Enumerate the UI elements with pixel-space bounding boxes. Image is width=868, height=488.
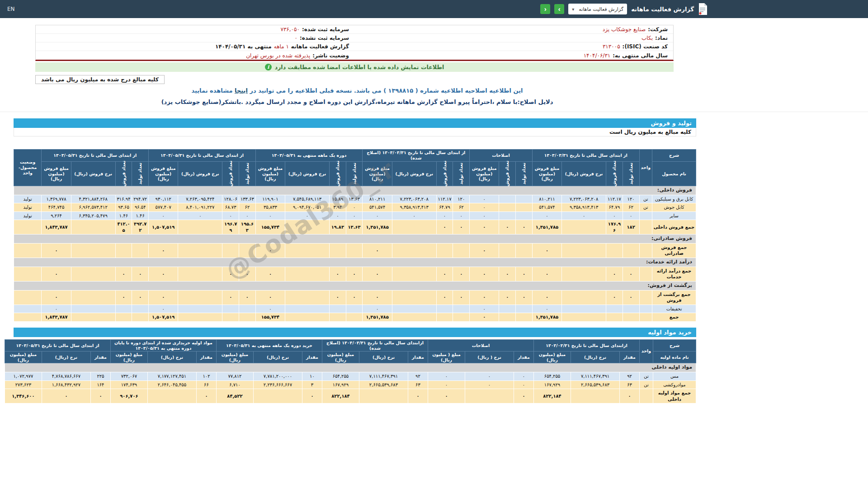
column-header: نرخ (ریال): [253, 352, 302, 363]
row-label-cell: جمع فروش صادراتی: [652, 243, 696, 258]
info-label: کد صنعت (ISIC):: [623, 43, 668, 50]
column-header: تعداد تولید: [516, 161, 533, 186]
value-cell: ۰: [115, 267, 132, 281]
column-header: تعداد تولید: [623, 161, 639, 186]
value-cell: تن: [640, 380, 653, 389]
value-cell: تن: [639, 203, 652, 212]
value-cell: [222, 305, 239, 313]
value-cell: ۱۱۲.۱۷: [606, 195, 623, 203]
column-header: نرخ (ریال): [42, 352, 90, 363]
previous-version-link[interactable]: اینجا: [235, 87, 248, 94]
value-cell: [359, 389, 408, 404]
value-cell: ۷,۱۷۷,۱۲۷,۴۵۱: [147, 372, 196, 381]
value-cell: ۰: [562, 211, 606, 220]
value-cell: [571, 389, 620, 404]
value-cell: ۰: [392, 211, 436, 220]
info-label: وضعیت ناشر:: [312, 52, 349, 59]
value-cell: ۰: [346, 290, 363, 305]
column-group-header: دوره یک ماهه منتهی به ۱۴۰۴/۰۵/۳۱: [255, 150, 363, 162]
value-cell: ۰: [363, 211, 392, 220]
value-cell: ۰: [239, 211, 256, 220]
value-cell: [639, 211, 652, 220]
value-cell: [639, 305, 652, 313]
column-group-header: اصلاحات: [470, 150, 533, 162]
value-cell: ۱,۳۵۱,۷۸۵: [532, 313, 561, 322]
value-cell: [392, 267, 436, 281]
value-cell: ۰: [363, 290, 392, 305]
info-row: نماد:بکاب: [354, 34, 673, 42]
value-cell: ۶۸.۷۳: [222, 203, 239, 212]
value-cell: ۱۷۶.۹۶: [606, 220, 623, 235]
column-header: مقدار: [514, 352, 533, 363]
value-cell: [285, 290, 330, 305]
value-cell: ۰: [465, 380, 514, 389]
value-cell: ۰: [346, 211, 363, 220]
value-cell: ۷,۵۴۵,۶۸۹,۱۱۳: [285, 195, 330, 203]
table-sum-row: جمع فروش صادراتی۰۰۰۰۰۰: [14, 243, 696, 258]
table-sum-row: جمع درآمد ارائه خدمات۰۰۰۰۰۰۰۰۰۰۰۰۰۰۰۰۰۰: [14, 267, 696, 281]
value-cell: ۲,۶۶۵,۵۳۹,۶۸۳: [359, 380, 408, 389]
value-cell: ۰: [149, 211, 178, 220]
value-cell: ۳۹۲.۷۲: [132, 220, 149, 235]
value-cell: ۱۳.۶۳: [346, 220, 363, 235]
value-cell: ۱۰۲: [196, 372, 216, 381]
value-cell: ۶۵۴,۲۵۵: [533, 372, 571, 381]
value-cell: ۱۸۲: [623, 220, 639, 235]
report-icon: [698, 3, 707, 15]
value-cell: ۰: [532, 243, 561, 258]
column-header: نرخ ( ریال): [465, 352, 514, 363]
value-cell: ۲۷۳,۶۲۳: [5, 380, 42, 389]
row-label-cell: تخفیفات: [652, 305, 696, 313]
value-cell: ۰: [453, 290, 470, 305]
value-cell: ۰: [532, 290, 561, 305]
value-cell: ۰: [222, 290, 239, 305]
table-row: تخفیفات۰۰۰۰۰۰: [14, 305, 696, 313]
value-cell: ۰: [532, 211, 561, 220]
value-cell: ۶,۳۴۵,۲۰۵,۴۷۹: [71, 211, 115, 220]
column-header: مقدار: [408, 352, 428, 363]
column-header: تعداد تولید: [239, 161, 256, 186]
table-row: کابل جوشتن۶۲۶۴.۷۹۹,۳۵۸,۹۱۳,۴۱۳۵۴۱,۵۷۴۰۶۲…: [14, 203, 696, 212]
next-report-button[interactable]: ›: [554, 4, 564, 14]
column-header: مبلغ فروش (میلیون ریال): [255, 161, 285, 186]
column-header: نرخ (ریال): [147, 352, 196, 363]
raw-materials-table: شرحواحدازابتدای سال مالی تا تاریخ ۱۴۰۴/۰…: [5, 339, 696, 404]
value-cell: ۰: [499, 220, 516, 235]
column-group-header: شرح: [652, 150, 696, 162]
value-cell: [14, 305, 42, 313]
value-cell: ۱.۴۶: [132, 211, 149, 220]
value-cell: ۰: [408, 389, 428, 404]
value-cell: [639, 267, 652, 281]
value-cell: [516, 195, 533, 203]
value-cell: ۷۷,۸۱۲: [216, 372, 253, 381]
value-cell: [606, 313, 623, 322]
value-cell: ۰: [330, 211, 346, 220]
info-value: ۳۱۳۰۰۵: [603, 43, 620, 50]
value-cell: ۱۳.۶۳: [346, 195, 363, 203]
value-cell: ۰: [346, 267, 363, 281]
info-row: کد صنعت (ISIC):۳۱۳۰۰۵: [354, 42, 673, 51]
table-sum-row: جمع۱,۳۵۱,۷۸۵۰۱,۳۵۱,۷۸۵۱۵۵,۷۳۴۱,۵۰۷,۵۱۹۱,…: [14, 313, 696, 322]
value-cell: ۹۲: [620, 372, 640, 381]
report-type-dropdown[interactable]: گزارش فعالیت ماهانه ▾: [568, 4, 627, 14]
value-cell: ۱۳۳.۶۳: [239, 195, 256, 203]
section-label-cell: درآمد ارائه خدمات:: [14, 258, 696, 267]
value-cell: تولید: [14, 211, 42, 220]
value-cell: [453, 243, 470, 258]
value-cell: ۲,۶۶۵,۵۳۹,۶۸۳: [571, 380, 620, 389]
value-cell: ۰: [499, 267, 516, 281]
value-cell: ۰: [363, 267, 392, 281]
value-cell: ۰: [428, 372, 465, 381]
value-cell: ۶۴.۷۹: [606, 203, 623, 212]
prev-report-button[interactable]: ‹: [540, 4, 550, 14]
language-toggle[interactable]: EN: [7, 6, 15, 12]
column-header: مبلغ (میلیون ریال): [110, 352, 147, 363]
row-label-cell: جمع: [652, 313, 696, 322]
column-group-header: از ابتدای سال مالی تا تاریخ ۱۴۰۴/۰۴/۳۱ (…: [363, 150, 470, 162]
value-cell: [115, 305, 132, 313]
value-cell: ۱,۳۶۹,۷۷۸: [42, 195, 71, 203]
info-value: پذیرفته شده در بورس تهران: [246, 52, 310, 59]
value-cell: [14, 290, 42, 305]
value-cell: [639, 220, 652, 235]
banner-text: اطلاعات نمایش داده شده با اطلاعات امضا ش…: [275, 64, 444, 70]
